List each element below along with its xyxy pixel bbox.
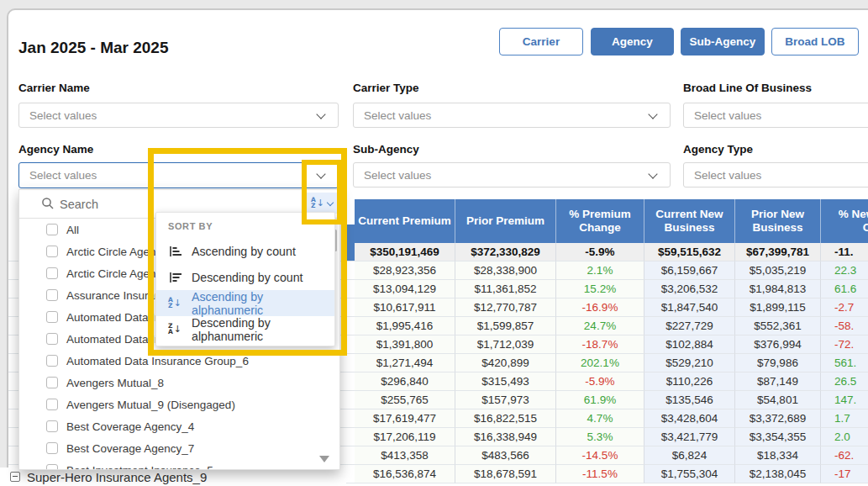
filter-label-carrier-name: Carrier Name (18, 82, 90, 94)
scrollbar-thumb[interactable] (347, 225, 355, 261)
table-cell: $18,334 (735, 446, 821, 465)
table-cell: $11,361,852 (455, 280, 556, 298)
sort-trigger-button[interactable]: AZ↓ (304, 193, 339, 214)
table-cell: $350,191,469 (355, 243, 455, 261)
sort-menu: SORT BY Ascending by countDescending by … (155, 212, 335, 346)
table-cell: 202.1% (556, 354, 644, 372)
filter-select-carrier-type[interactable]: Select values (353, 103, 671, 128)
table-cell: $16,536,874 (355, 465, 455, 483)
filter-select-value: Select values (354, 169, 650, 182)
table-cell: $3,206,532 (644, 280, 735, 298)
table-cell: $552,361 (735, 317, 821, 335)
checkbox[interactable] (46, 377, 58, 388)
page-title: Jan 2025 - Mar 2025 (18, 39, 169, 57)
table-row: $17,619,477$16,822,5154.7%$3,428,604$3,3… (355, 409, 868, 428)
checkbox[interactable] (46, 267, 58, 279)
az-sort-icon: AZ↓ (168, 297, 183, 310)
table-cell: $372,330,829 (455, 243, 556, 261)
filter-select-sub-agency[interactable]: Select values (353, 162, 671, 188)
filter-select-carrier-name[interactable]: Select values (18, 103, 339, 128)
sort-option-descending-by-alphanumeric[interactable]: ZA↓Descending by alphanumeric (156, 316, 334, 342)
list-item-label: Best Investment Insurance_5 (66, 464, 213, 471)
table-header-cell--new-business-change[interactable]: % New Business Change (821, 199, 868, 243)
table-header-cell-current-new-business[interactable]: Current New Business (644, 199, 735, 243)
checkbox[interactable] (46, 333, 58, 345)
filter-select-value: Select values (19, 109, 318, 122)
table-cell: 1.7 (821, 409, 868, 428)
checkbox[interactable] (46, 442, 58, 454)
za-sort-icon: ZA↓ (168, 323, 183, 336)
table-header-cell--premium-change[interactable]: % Premium Change (556, 199, 644, 243)
filter-label-sub-agency: Sub-Agency (353, 143, 419, 156)
scroll-down-icon[interactable] (319, 456, 329, 462)
table-cell: $10,617,911 (355, 298, 455, 317)
premium-table: Current PremiumPrior Premium% Premium Ch… (355, 199, 868, 483)
checkbox[interactable] (46, 399, 58, 410)
checkbox[interactable] (46, 355, 58, 367)
table-cell: 2.0 (821, 428, 868, 446)
table-row: $1,995,416$1,599,85724.7%$227,729$552,36… (355, 317, 868, 335)
sort-option-label: Descending by alphanumeric (192, 316, 334, 343)
table-cell: $28,923,356 (355, 261, 455, 280)
view-button-sub-agency[interactable]: Sub-Agency (681, 28, 765, 55)
collapse-icon[interactable] (10, 472, 20, 482)
sort-option-descending-by-count[interactable]: Descending by count (156, 264, 334, 290)
table-cell: $17,619,477 (355, 409, 455, 428)
checkbox[interactable] (46, 464, 58, 470)
list-item[interactable]: Avengers Mutual_8 (19, 372, 339, 394)
checkbox[interactable] (46, 420, 58, 432)
view-button-broad-lob[interactable]: Broad LOB (771, 28, 859, 55)
table-row: $1,271,494$420,899202.1%$529,210$79,9865… (355, 354, 868, 372)
table-cell: -11. (821, 243, 868, 261)
table-cell: $1,755,304 (644, 465, 735, 483)
table-cell: $255,765 (355, 391, 455, 409)
table-cell: $1,271,494 (355, 354, 455, 372)
list-item[interactable]: Automated Data Insurance Group_6 (19, 350, 339, 372)
table-cell: -11.5% (556, 465, 644, 483)
list-item[interactable]: Best Coverage Agency_7 (19, 437, 339, 459)
chevron-down-icon (316, 109, 325, 119)
checkbox[interactable] (46, 311, 58, 323)
table-cell: $18,678,591 (455, 465, 556, 483)
checkbox[interactable] (46, 224, 58, 235)
table-cell: 61.9% (556, 391, 644, 409)
table-cell: -58. (821, 317, 868, 335)
table-cell: $3,372,689 (735, 409, 821, 428)
filter-select-broad-line-of-business[interactable]: Select values (683, 103, 868, 128)
sort-option-label: Ascending by alphanumeric (192, 290, 334, 317)
filter-select-agency-type[interactable]: Select values (683, 162, 868, 188)
table-row: $13,094,129$11,361,85215.2%$3,206,532$1,… (355, 280, 868, 298)
sort-option-ascending-by-alphanumeric[interactable]: AZ↓Ascending by alphanumeric (156, 290, 334, 316)
table-cell: 24.7% (556, 317, 644, 335)
checkbox[interactable] (46, 289, 58, 301)
table-row[interactable]: Super-Hero Insurance Agents_9 (0, 468, 346, 486)
list-item[interactable]: Avengers Mutual_9 (Disengaged) (19, 394, 339, 415)
table-cell: -18.7% (556, 335, 644, 354)
list-item-label: Automated Data Insurance Group_6 (66, 355, 249, 367)
list-item[interactable]: Best Coverage Agency_4 (19, 415, 339, 437)
table-cell: -16.9% (556, 298, 644, 317)
dashboard: Jan 2025 - Mar 2025 CarrierAgencySub-Age… (0, 0, 868, 486)
filter-select-value: Select values (19, 169, 318, 182)
sort-option-ascending-by-count[interactable]: Ascending by count (156, 238, 334, 264)
list-item[interactable]: Best Investment Insurance_5 (19, 459, 339, 470)
filter-label-broad-line-of-business: Broad Line Of Business (683, 82, 812, 94)
view-button-carrier[interactable]: Carrier (499, 28, 583, 55)
filter-select-agency-name[interactable]: Select values (18, 162, 339, 188)
table-cell: $1,899,115 (735, 298, 821, 317)
table-cell: $1,599,857 (455, 317, 556, 335)
chevron-down-icon (648, 169, 657, 178)
table-cell: $102,884 (644, 335, 735, 354)
view-button-agency[interactable]: Agency (591, 28, 674, 55)
table-row: $1,391,800$1,712,039-18.7%$102,884$376,9… (355, 335, 868, 354)
table-cell: $1,984,813 (735, 280, 821, 298)
filter-select-value: Select values (684, 169, 868, 182)
table-header-cell-current-premium[interactable]: Current Premium (355, 199, 455, 243)
table-cell: $529,210 (644, 354, 735, 372)
checkbox[interactable] (46, 246, 58, 257)
table-cell: $28,338,900 (455, 261, 556, 280)
table-cell: $6,159,667 (644, 261, 735, 280)
table-header-cell-prior-premium[interactable]: Prior Premium (455, 199, 556, 243)
table-row: $413,358$483,566-14.5%$6,824$18,334-62. (355, 446, 868, 465)
table-header-cell-prior-new-business[interactable]: Prior New Business (735, 199, 821, 243)
